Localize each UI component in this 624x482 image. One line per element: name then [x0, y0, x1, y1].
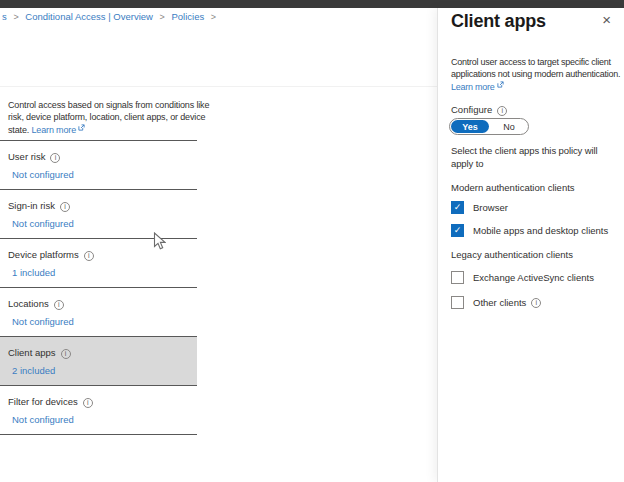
- checkbox-unchecked-icon[interactable]: ✓: [451, 271, 464, 284]
- breadcrumb-separator: >: [160, 12, 165, 22]
- panel-description-text: Control user access to target specific c…: [451, 57, 620, 79]
- learn-more-link[interactable]: Learn more: [451, 82, 495, 92]
- info-icon: i: [83, 398, 93, 408]
- configure-label-row: Configurei: [451, 104, 507, 116]
- condition-label: Locations: [8, 298, 49, 309]
- info-icon: i: [84, 251, 94, 261]
- checkbox-row-browser[interactable]: ✓ Browser: [451, 201, 508, 214]
- group-label-modern-auth: Modern authentication clients: [451, 182, 575, 193]
- breadcrumb-separator: >: [13, 12, 18, 22]
- info-icon: i: [531, 298, 541, 308]
- breadcrumb-item-home[interactable]: s: [2, 11, 7, 22]
- info-icon: i: [50, 153, 60, 163]
- panel-description: Control user access to target specific c…: [451, 57, 623, 94]
- section-divider: [0, 86, 437, 87]
- configure-label: Configure: [451, 104, 492, 115]
- external-link-icon: [78, 123, 85, 135]
- configure-toggle[interactable]: Yes No: [449, 118, 529, 135]
- breadcrumb-item-policies[interactable]: Policies: [171, 11, 204, 22]
- condition-row-locations[interactable]: Locationsi Not configured: [0, 287, 197, 336]
- toggle-option-no[interactable]: No: [490, 119, 528, 134]
- checkbox-label: Other clients: [473, 297, 526, 308]
- checkbox-row-exchange-activesync[interactable]: ✓ Exchange ActiveSync clients: [451, 271, 594, 284]
- condition-row-device-platforms[interactable]: Device platformsi 1 included: [0, 238, 197, 287]
- panel-title: Client apps: [451, 11, 546, 32]
- close-icon[interactable]: ×: [598, 9, 615, 30]
- condition-label: Filter for devices: [8, 396, 78, 407]
- checkbox-checked-icon[interactable]: ✓: [451, 201, 464, 214]
- breadcrumb: s > Conditional Access | Overview > Poli…: [2, 11, 220, 22]
- condition-value-link[interactable]: Not configured: [12, 316, 197, 327]
- checkbox-label: Mobile apps and desktop clients: [473, 225, 608, 236]
- condition-row-sign-in-risk[interactable]: Sign-in riski Not configured: [0, 189, 197, 238]
- info-icon: i: [54, 300, 64, 310]
- learn-more-link[interactable]: Learn more: [31, 125, 76, 135]
- checkmark-icon: ✓: [454, 226, 462, 235]
- checkbox-row-mobile-apps[interactable]: ✓ Mobile apps and desktop clients: [451, 224, 608, 237]
- condition-value-link[interactable]: Not configured: [12, 218, 197, 229]
- conditions-list: User riski Not configured Sign-in riski …: [0, 140, 197, 435]
- external-link-icon: [497, 80, 504, 92]
- condition-label: Client apps: [8, 347, 56, 358]
- checkmark-icon: ✓: [454, 203, 462, 212]
- checkbox-unchecked-icon[interactable]: ✓: [451, 296, 464, 309]
- checkbox-label: Browser: [473, 202, 508, 213]
- condition-label: Sign-in risk: [8, 200, 55, 211]
- condition-label: Device platforms: [8, 249, 79, 260]
- select-apps-instruction: Select the client apps this policy will …: [451, 145, 606, 170]
- info-icon: i: [61, 349, 71, 359]
- azure-portal-screen: s > Conditional Access | Overview > Poli…: [0, 0, 624, 482]
- group-label-legacy-auth: Legacy authentication clients: [451, 249, 573, 260]
- condition-label: User risk: [8, 151, 45, 162]
- condition-value-link[interactable]: 2 included: [12, 365, 197, 376]
- checkbox-label: Exchange ActiveSync clients: [473, 272, 594, 283]
- client-apps-panel: Client apps × Control user access to tar…: [437, 8, 624, 482]
- breadcrumb-separator: >: [211, 12, 216, 22]
- condition-row-user-risk[interactable]: User riski Not configured: [0, 140, 197, 189]
- window-top-bar: [0, 0, 624, 8]
- info-icon: i: [60, 202, 70, 212]
- toggle-option-yes[interactable]: Yes: [451, 120, 489, 133]
- condition-value-link[interactable]: Not configured: [12, 169, 197, 180]
- condition-value-link[interactable]: Not configured: [12, 414, 197, 425]
- condition-row-filter-for-devices[interactable]: Filter for devicesi Not configured: [0, 385, 197, 434]
- conditions-intro-text: Control access based on signals from con…: [8, 100, 210, 137]
- checkbox-row-other-clients[interactable]: ✓ Other clientsi: [451, 296, 541, 309]
- condition-value-link[interactable]: 1 included: [12, 267, 197, 278]
- breadcrumb-item-conditional-access[interactable]: Conditional Access | Overview: [25, 11, 153, 22]
- info-icon: i: [497, 106, 507, 116]
- checkbox-checked-icon[interactable]: ✓: [451, 224, 464, 237]
- condition-row-client-apps[interactable]: Client appsi 2 included: [0, 336, 197, 385]
